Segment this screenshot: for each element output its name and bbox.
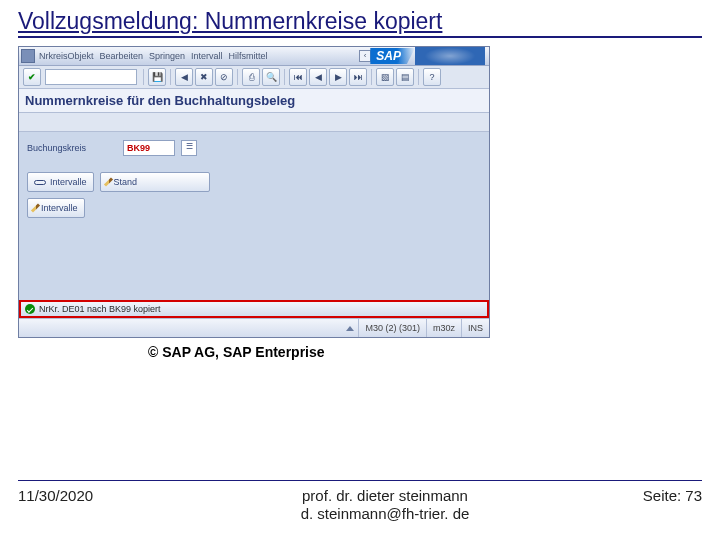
first-page-icon[interactable]: ⏮ xyxy=(289,68,307,86)
footer-page: Seite: 73 xyxy=(612,487,702,504)
status-button-label: Stand xyxy=(114,177,138,187)
change-intervals-button[interactable]: Intervalle xyxy=(27,198,85,218)
status-message: NrKr. DE01 nach BK99 kopiert xyxy=(39,304,161,314)
save-icon[interactable]: 💾 xyxy=(148,68,166,86)
change-intervals-label: Intervalle xyxy=(41,203,78,213)
prev-page-icon[interactable]: ◀ xyxy=(309,68,327,86)
layout-icon[interactable]: ▤ xyxy=(396,68,414,86)
sap-window: NrkreisObjekt Bearbeiten Springen Interv… xyxy=(18,46,490,338)
footer-email: d. steinmann@fh-trier. de xyxy=(158,505,612,524)
standard-toolbar: ✔ 💾 ◀ ✖ ⊘ ⎙ 🔍 ⏮ ◀ ▶ ⏭ ▧ ▤ ? xyxy=(19,66,489,89)
print-icon[interactable]: ⎙ xyxy=(242,68,260,86)
window-icon xyxy=(21,49,35,63)
exit-icon[interactable]: ✖ xyxy=(195,68,213,86)
sap-logo: SAP xyxy=(370,47,485,65)
display-intervals-label: Intervalle xyxy=(50,177,87,187)
screen-body: Buchungskreis BK99 ☰ Intervalle Stand I xyxy=(19,132,489,300)
sys-mode: INS xyxy=(461,319,489,337)
sap-logo-text: SAP xyxy=(370,48,415,64)
sys-client: M30 (2) (301) xyxy=(358,319,426,337)
company-code-label: Buchungskreis xyxy=(27,143,117,153)
menu-collapse-icon[interactable]: ‹ xyxy=(359,50,371,62)
system-menu-icon[interactable] xyxy=(346,326,354,331)
menu-intervall[interactable]: Intervall xyxy=(191,51,223,61)
status-button[interactable]: Stand xyxy=(100,172,210,192)
app-toolbar xyxy=(19,113,489,132)
pencil-icon xyxy=(103,177,112,186)
slide-footer: 11/30/2020 prof. dr. dieter steinmann d.… xyxy=(18,480,702,525)
last-page-icon[interactable]: ⏭ xyxy=(349,68,367,86)
new-session-icon[interactable]: ▧ xyxy=(376,68,394,86)
menu-hilfsmittel[interactable]: Hilfsmittel xyxy=(229,51,268,61)
success-icon xyxy=(25,304,35,314)
next-page-icon[interactable]: ▶ xyxy=(329,68,347,86)
enter-icon[interactable]: ✔ xyxy=(23,68,41,86)
help-icon[interactable]: ? xyxy=(423,68,441,86)
sys-server: m30z xyxy=(426,319,461,337)
menu-nrkreisobjekt[interactable]: NrkreisObjekt xyxy=(39,51,94,61)
menu-bearbeiten[interactable]: Bearbeiten xyxy=(100,51,144,61)
value-help-icon[interactable]: ☰ xyxy=(181,140,197,156)
cancel-icon[interactable]: ⊘ xyxy=(215,68,233,86)
image-caption: © SAP AG, SAP Enterprise xyxy=(148,344,702,360)
find-icon[interactable]: 🔍 xyxy=(262,68,280,86)
slide-title: Vollzugsmeldung: Nummernkreise kopiert xyxy=(18,8,702,38)
footer-date: 11/30/2020 xyxy=(18,487,158,504)
pencil-icon xyxy=(31,203,40,212)
menu-springen[interactable]: Springen xyxy=(149,51,185,61)
command-field[interactable] xyxy=(45,69,137,85)
menubar: NrkreisObjekt Bearbeiten Springen Interv… xyxy=(19,47,489,66)
status-bar: NrKr. DE01 nach BK99 kopiert xyxy=(19,300,489,318)
page-title-bar: Nummernkreise für den Buchhaltungsbeleg xyxy=(19,89,489,113)
display-intervals-button[interactable]: Intervalle xyxy=(27,172,94,192)
page-title: Nummernkreise für den Buchhaltungsbeleg xyxy=(25,93,295,108)
company-code-input[interactable]: BK99 xyxy=(123,140,175,156)
glasses-icon xyxy=(34,180,46,185)
back-icon[interactable]: ◀ xyxy=(175,68,193,86)
system-bar: M30 (2) (301) m30z INS xyxy=(19,318,489,337)
footer-author: prof. dr. dieter steinmann xyxy=(158,487,612,506)
